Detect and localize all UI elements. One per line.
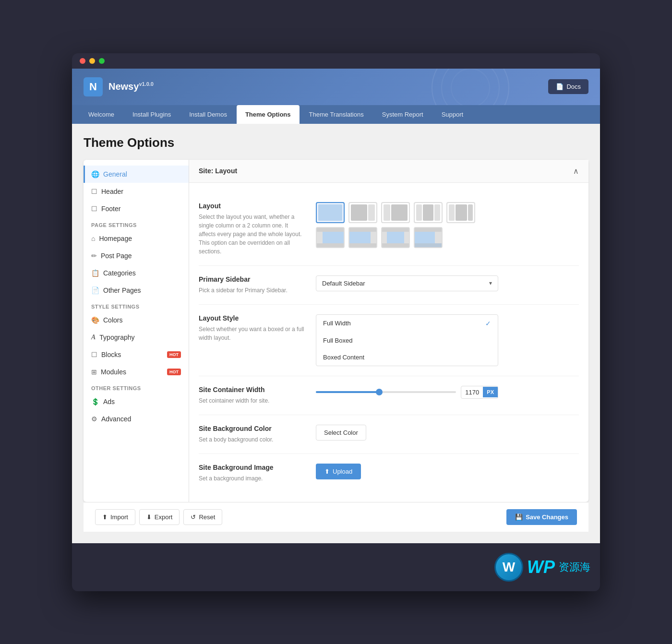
layout-style-desc: Select whether you want a boxed or a ful…	[199, 325, 304, 342]
sidebar-item-advanced[interactable]: ⚙ Advanced	[84, 410, 189, 428]
sidebar-label-modules: Modules	[101, 368, 126, 376]
browser-chrome	[72, 53, 600, 69]
layout-style-label-col: Layout Style Select whether you want a b…	[199, 314, 304, 342]
upload-icon: ⬆	[324, 468, 330, 475]
chevron-down-icon: ▾	[489, 280, 492, 286]
advanced-icon: ⚙	[91, 415, 97, 423]
sidebar-item-header[interactable]: ☐ Header	[84, 183, 189, 200]
tab-system-report[interactable]: System Report	[373, 105, 432, 124]
boxed-content-label: Boxed Content	[323, 354, 364, 361]
edit-icon: ✏	[91, 252, 97, 260]
bottom-bar: ⬆ Import ⬇ Export ↺ Reset 💾 Save Changes	[84, 502, 588, 532]
sidebar-item-colors[interactable]: 🎨 Colors	[84, 311, 189, 329]
sidebar-item-typography[interactable]: A Typography	[84, 329, 189, 346]
bg-color-label: Site Background Color	[199, 425, 304, 432]
import-icon: ⬆	[102, 513, 108, 521]
maximize-dot[interactable]	[99, 58, 105, 64]
bg-image-control: ⬆ Upload	[316, 464, 579, 479]
sidebar-item-footer[interactable]: ☐ Footer	[84, 200, 189, 217]
nav-tabs: Welcome Install Plugins Install Demos Th…	[72, 105, 600, 124]
bg-image-label-col: Site Background Image Set a background i…	[199, 464, 304, 483]
select-color-button[interactable]: Select Color	[316, 425, 366, 441]
tab-welcome[interactable]: Welcome	[80, 105, 123, 124]
wp-watermark: W WP 资源海	[72, 543, 600, 591]
reset-icon: ↺	[191, 513, 196, 521]
close-dot[interactable]	[80, 58, 85, 64]
layout-option-1[interactable]	[316, 202, 345, 223]
content-layout: 🌐 General ☐ Header ☐ Footer PAGE SETTING…	[84, 160, 588, 502]
blocks-icon: ☐	[91, 351, 97, 358]
layout-option-7[interactable]	[348, 227, 377, 248]
layout-style-control: Full Width ✓ Full Boxed Boxed Content	[316, 314, 579, 366]
sidebar-item-modules[interactable]: ⊞ Modules HOT	[84, 363, 189, 381]
layout-option-5[interactable]	[446, 202, 475, 223]
import-button[interactable]: ⬆ Import	[95, 509, 135, 525]
sidebar-label-blocks: Blocks	[101, 351, 121, 358]
tab-theme-translations[interactable]: Theme Translations	[300, 105, 372, 124]
dropdown-option-full-width[interactable]: Full Width ✓	[316, 315, 498, 332]
main-panel: Site: Layout ∧ Layout Select the layout …	[189, 160, 588, 502]
layout-option-9[interactable]	[414, 227, 443, 248]
container-width-control: 1170 PX	[316, 386, 579, 399]
layout-desc: Select the layout you want, whether a si…	[199, 213, 304, 256]
sidebar: 🌐 General ☐ Header ☐ Footer PAGE SETTING…	[84, 160, 189, 502]
reset-button[interactable]: ↺ Reset	[183, 509, 222, 525]
bg-color-desc: Set a body background color.	[199, 435, 304, 444]
section-toggle-icon[interactable]: ∧	[573, 167, 579, 176]
check-icon: ✓	[485, 320, 491, 327]
container-width-desc: Set cointainer width for site.	[199, 396, 304, 405]
layout-option-6[interactable]	[316, 227, 345, 248]
dropdown-option-full-boxed[interactable]: Full Boxed	[316, 332, 498, 349]
ads-icon: 💲	[91, 398, 99, 405]
export-icon: ⬇	[146, 513, 152, 521]
tab-support[interactable]: Support	[433, 105, 472, 124]
slider-thumb[interactable]	[376, 389, 383, 395]
container-width-row: Site Container Width Set cointainer widt…	[199, 376, 579, 415]
sidebar-label-footer: Footer	[101, 205, 120, 213]
docs-button[interactable]: 📄 Docs	[548, 79, 588, 94]
layout-option-8[interactable]	[381, 227, 410, 248]
sidebar-item-post-page[interactable]: ✏ Post Page	[84, 247, 189, 264]
layout-option-3[interactable]	[381, 202, 410, 223]
container-width-label: Site Container Width	[199, 386, 304, 394]
layout-style-dropdown[interactable]: Full Width ✓ Full Boxed Boxed Content	[316, 314, 498, 366]
sidebar-label-typography: Typography	[99, 334, 134, 341]
typography-icon: A	[91, 334, 96, 341]
layout-option-2[interactable]	[348, 202, 377, 223]
modules-icon: ⊞	[91, 368, 97, 376]
bg-color-control: Select Color	[316, 425, 579, 441]
layout-option-4[interactable]	[414, 202, 443, 223]
layout-setting-row: Layout Select the layout you want, wheth…	[199, 192, 579, 266]
modules-hot-badge: HOT	[167, 369, 181, 375]
page-icon: 📄	[91, 286, 99, 294]
page-title: Theme Options	[84, 135, 588, 150]
sidebar-item-ads[interactable]: 💲 Ads	[84, 393, 189, 410]
panel-body: Layout Select the layout you want, wheth…	[189, 183, 588, 502]
dropdown-option-boxed-content[interactable]: Boxed Content	[316, 349, 498, 366]
sidebar-label-post-page: Post Page	[101, 252, 132, 260]
layout-label-col: Layout Select the layout you want, wheth…	[199, 202, 304, 256]
sidebar-item-categories[interactable]: 📋 Categories	[84, 264, 189, 282]
upload-label: Upload	[333, 468, 352, 475]
export-button[interactable]: ⬇ Export	[139, 509, 180, 525]
upload-button[interactable]: ⬆ Upload	[316, 464, 361, 479]
wp-text: WP	[527, 557, 555, 577]
sidebar-label-homepage: Homepage	[99, 235, 132, 242]
primary-sidebar-select[interactable]: Default Sidebar ▾	[316, 275, 498, 291]
tab-theme-options[interactable]: Theme Options	[237, 105, 300, 124]
bg-image-desc: Set a background image.	[199, 474, 304, 483]
slider-value-box: 1170 PX	[461, 386, 498, 399]
sidebar-item-other-pages[interactable]: 📄 Other Pages	[84, 282, 189, 299]
tab-install-plugins[interactable]: Install Plugins	[124, 105, 180, 124]
style-settings-label: STYLE SETTINGS	[84, 299, 189, 311]
category-icon: 📋	[91, 269, 99, 277]
sidebar-item-homepage[interactable]: ⌂ Homepage	[84, 230, 189, 247]
slider-track	[316, 391, 456, 393]
tab-install-demos[interactable]: Install Demos	[180, 105, 236, 124]
minimize-dot[interactable]	[89, 58, 95, 64]
sidebar-item-blocks[interactable]: ☐ Blocks HOT	[84, 346, 189, 363]
slider-value[interactable]: 1170	[461, 386, 483, 398]
sidebar-label-header: Header	[101, 188, 123, 195]
save-changes-button[interactable]: 💾 Save Changes	[506, 509, 577, 525]
sidebar-item-general[interactable]: 🌐 General	[84, 166, 189, 183]
